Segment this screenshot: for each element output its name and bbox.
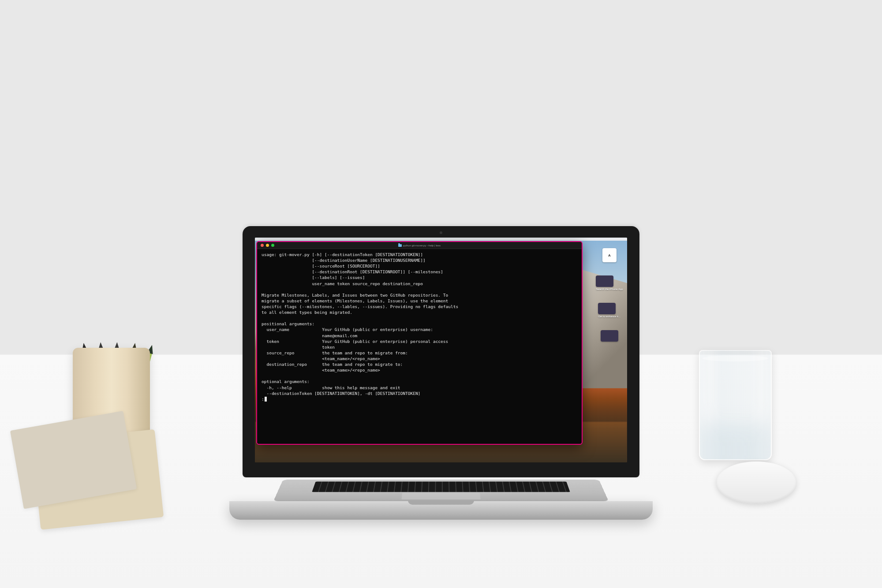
close-icon[interactable] (261, 244, 264, 247)
desktop-icons: A Search the iPhone App Get to enhance i… (595, 248, 624, 342)
terminal-title: python git-mover.py --help | less (398, 244, 441, 247)
terminal-titlebar[interactable]: python git-mover.py --help | less (257, 242, 582, 249)
terminal-title-text: python git-mover.py --help | less (403, 244, 441, 247)
thumbnail-icon (596, 275, 613, 287)
laptop-screen-frame: A Search the iPhone App Get to enhance i… (243, 226, 639, 477)
terminal-output: usage: git-mover.py [-h] [--destinationT… (262, 252, 458, 396)
laptop: A Search the iPhone App Get to enhance i… (229, 501, 653, 520)
cursor-icon (265, 397, 267, 402)
file-icon: A (602, 248, 617, 262)
folder-icon (398, 244, 402, 247)
desktop-icon[interactable]: A (602, 248, 617, 263)
mac-menubar[interactable] (255, 238, 627, 241)
thumbnail-icon (598, 303, 616, 314)
thumbnail-icon (601, 330, 618, 342)
desktop-icon-label: Get to enhance it… (598, 315, 621, 318)
desktop-icon[interactable]: Get to enhance it… (598, 303, 621, 318)
maximize-icon[interactable] (271, 244, 274, 247)
laptop-base (229, 501, 653, 520)
camera-icon (440, 231, 442, 234)
apple-mouse (717, 461, 796, 503)
trackpad (401, 493, 480, 500)
water-glass (699, 350, 772, 460)
minimize-icon[interactable] (266, 244, 269, 247)
desktop-icon[interactable]: Search the iPhone App (596, 275, 623, 290)
terminal-prompt: : (262, 397, 264, 402)
laptop-keyboard (273, 480, 609, 501)
notebook (13, 415, 172, 532)
laptop-screen: A Search the iPhone App Get to enhance i… (255, 238, 627, 462)
desktop-icon-label: Search the iPhone App (596, 288, 623, 290)
terminal-body[interactable]: usage: git-mover.py [-h] [--destinationT… (257, 249, 582, 444)
terminal-window[interactable]: python git-mover.py --help | less usage:… (256, 241, 583, 445)
desktop-icon[interactable] (601, 330, 618, 342)
